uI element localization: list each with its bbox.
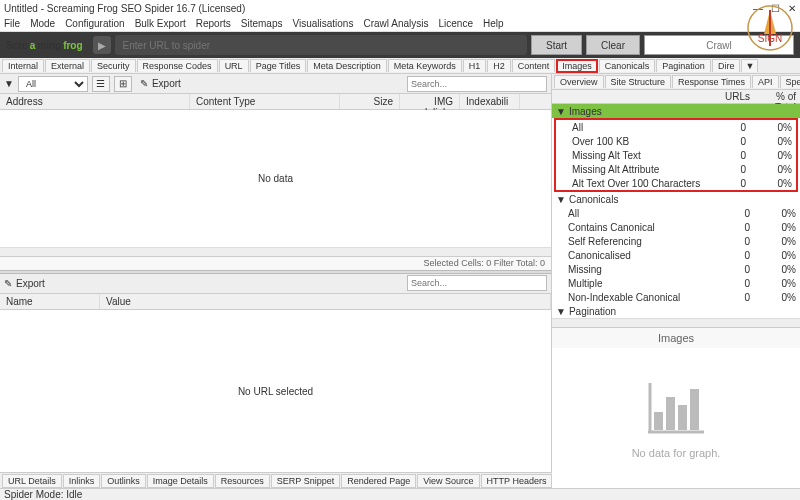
item-all[interactable]: All00% [552, 206, 800, 220]
filter-bar: ▼ All ☰ ⊞ ✎ Export [0, 74, 551, 94]
bottom-tabstrip: URL DetailsInlinksOutlinksImage DetailsR… [0, 472, 552, 488]
item-alt-text-over-100-characters[interactable]: Alt Text Over 100 Characters00% [556, 176, 796, 190]
tab-page-titles[interactable]: Page Titles [250, 59, 307, 72]
bar-chart-icon [644, 377, 708, 439]
menu-file[interactable]: File [4, 18, 20, 29]
item-all[interactable]: All00% [556, 120, 796, 134]
menu-sitemaps[interactable]: Sitemaps [241, 18, 283, 29]
statusbar: Spider Mode: Idle [0, 488, 800, 500]
item-missing-alt-text[interactable]: Missing Alt Text00% [556, 148, 796, 162]
tab-internal[interactable]: Internal [2, 59, 44, 72]
tab-meta-keywords[interactable]: Meta Keywords [388, 59, 462, 72]
main-tabstrip: InternalExternalSecurityResponse CodesUR… [0, 58, 800, 74]
overview-tree: ▼ImagesAll00%Over 100 KB00%Missing Alt T… [552, 104, 800, 318]
tab-images[interactable]: Images [556, 59, 598, 73]
grid1-status: Selected Cells: 0 Filter Total: 0 [0, 256, 551, 270]
item-missing-alt-attribute[interactable]: Missing Alt Attribute00% [556, 162, 796, 176]
btab-serp-snippet[interactable]: SERP Snippet [271, 474, 340, 488]
filter-icon: ▼ [4, 78, 14, 89]
graph-empty-msg: No data for graph. [632, 447, 721, 459]
export-button[interactable]: Export [152, 78, 181, 89]
menu-mode[interactable]: Mode [30, 18, 55, 29]
filter-bar-2: ✎Export [0, 274, 551, 294]
tab-response-codes[interactable]: Response Codes [137, 59, 218, 72]
search-input[interactable] [407, 76, 547, 92]
tab-external[interactable]: External [45, 59, 90, 72]
tree-icon[interactable]: ⊞ [114, 76, 132, 92]
group-images[interactable]: ▼Images [552, 104, 800, 118]
graph-pane: Images No data for graph. [552, 327, 800, 488]
rtab-spelling-&-grammar[interactable]: Spelling & Grammar [780, 75, 800, 88]
item-multiple[interactable]: Multiple00% [552, 276, 800, 290]
clear-button[interactable]: Clear [586, 35, 640, 55]
grid1-header: Address Content Type Size IMG Inlinks In… [0, 94, 551, 110]
tab-meta-description[interactable]: Meta Description [307, 59, 387, 72]
grid2-header: Name Value [0, 294, 551, 310]
btab-outlinks[interactable]: Outlinks [101, 474, 146, 488]
tab-h2[interactable]: H2 [487, 59, 511, 72]
right-pane: OverviewSite StructureResponse TimesAPIS… [552, 74, 800, 488]
url-input[interactable] [115, 35, 527, 55]
export-button-2[interactable]: Export [16, 278, 45, 289]
menu-configuration[interactable]: Configuration [65, 18, 124, 29]
menu-licence[interactable]: Licence [438, 18, 472, 29]
brand-logo: Screamingfrog [6, 40, 83, 51]
filter-select[interactable]: All [18, 76, 88, 92]
menu-bulk export[interactable]: Bulk Export [135, 18, 186, 29]
rtab-overview[interactable]: Overview [554, 75, 604, 88]
item-over-100-kb[interactable]: Over 100 KB00% [556, 134, 796, 148]
tab-content[interactable]: Content [512, 59, 556, 72]
start-button[interactable]: Start [531, 35, 582, 55]
tab-url[interactable]: URL [219, 59, 249, 72]
btab-resources[interactable]: Resources [215, 474, 270, 488]
grid2-body: No URL selected [0, 310, 551, 474]
btab-view-source[interactable]: View Source [417, 474, 479, 488]
group-canonicals[interactable]: ▼Canonicals [552, 192, 800, 206]
window-title: Untitled - Screaming Frog SEO Spider 16.… [4, 3, 245, 14]
menu-visualisations[interactable]: Visualisations [292, 18, 353, 29]
left-pane: ▼ All ☰ ⊞ ✎ Export Address Content Type … [0, 74, 552, 488]
grid1-body: No data [0, 110, 551, 247]
play-icon[interactable]: ▶ [93, 36, 111, 54]
toolbar: Screamingfrog ▶ Start Clear [0, 32, 800, 58]
btab-inlinks[interactable]: Inlinks [63, 474, 101, 488]
menu-crawl analysis[interactable]: Crawl Analysis [363, 18, 428, 29]
group-pagination[interactable]: ▼Pagination [552, 304, 800, 318]
tab-h1[interactable]: H1 [463, 59, 487, 72]
item-non-indexable-canonical[interactable]: Non-Indexable Canonical00% [552, 290, 800, 304]
tab-pagination[interactable]: Pagination [656, 59, 711, 72]
rtab-site-structure[interactable]: Site Structure [605, 75, 672, 88]
item-canonicalised[interactable]: Canonicalised00% [552, 248, 800, 262]
titlebar: Untitled - Screaming Frog SEO Spider 16.… [0, 0, 800, 16]
tab-canonicals[interactable]: Canonicals [599, 59, 656, 72]
item-missing[interactable]: Missing00% [552, 262, 800, 276]
rtab-response-times[interactable]: Response Times [672, 75, 751, 88]
rtab-api[interactable]: API [752, 75, 779, 88]
svg-rect-3 [666, 397, 675, 430]
item-self-referencing[interactable]: Self Referencing00% [552, 234, 800, 248]
search-input-2[interactable] [407, 275, 547, 291]
svg-rect-2 [654, 412, 663, 430]
btab-image-details[interactable]: Image Details [147, 474, 214, 488]
svg-rect-5 [690, 389, 699, 430]
menu-reports[interactable]: Reports [196, 18, 231, 29]
tab-dire[interactable]: Dire [712, 59, 741, 72]
svg-rect-4 [678, 405, 687, 430]
item-contains-canonical[interactable]: Contains Canonical00% [552, 220, 800, 234]
btab-http-headers[interactable]: HTTP Headers [481, 474, 552, 488]
tabs-overflow-icon[interactable]: ▼ [741, 59, 758, 72]
menubar: FileModeConfigurationBulk ExportReportsS… [0, 16, 800, 32]
svg-text:SIGN: SIGN [758, 33, 782, 44]
tab-security[interactable]: Security [91, 59, 136, 72]
watermark-logo: SIGN [746, 4, 794, 52]
right-tabstrip: OverviewSite StructureResponse TimesAPIS… [552, 74, 800, 90]
menu-help[interactable]: Help [483, 18, 504, 29]
btab-url-details[interactable]: URL Details [2, 474, 62, 488]
scrollbar-right[interactable] [552, 318, 800, 327]
right-header: URLs % of Total [552, 90, 800, 104]
scrollbar[interactable] [0, 247, 551, 256]
btab-rendered-page[interactable]: Rendered Page [341, 474, 416, 488]
columns-icon[interactable]: ☰ [92, 76, 110, 92]
graph-title: Images [552, 328, 800, 348]
